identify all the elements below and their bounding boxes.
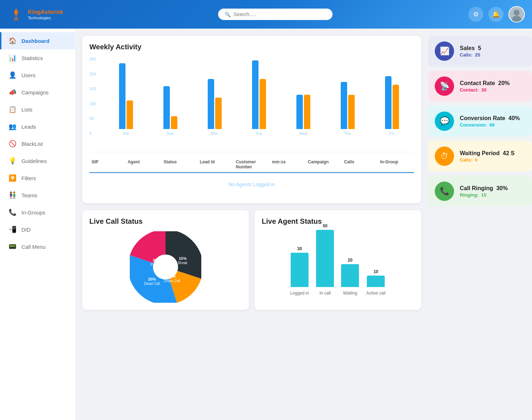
sidebar-item-filters[interactable]: 🔽 Filters — [0, 169, 75, 187]
stat-card-title-contact_rate: Contact Rate 20% — [460, 80, 526, 87]
chart-day-thu: Thu — [325, 54, 370, 135]
day-label: Sat — [123, 131, 129, 135]
day-label: Tue — [256, 131, 262, 135]
stat-card-sub-conversion_rate: Conversion: 60 — [460, 122, 526, 128]
users-icon: 👤 — [9, 71, 16, 79]
chart-day-sat: Sat — [104, 54, 148, 135]
stat-card-text-conversion_rate: Conversion Rate 40% Conversion: 60 — [460, 115, 526, 128]
agent-bar-visual — [341, 264, 359, 287]
sidebar-item-lists[interactable]: 📋 Lists — [0, 101, 75, 118]
col-in-group: In-Group — [378, 159, 414, 169]
svg-text:Break: Break — [178, 261, 188, 265]
sidebar-item-campaigns[interactable]: 📣 Campaigns — [0, 84, 75, 101]
no-agents-message: No Agents Logged in — [89, 173, 414, 196]
chart-day-fri: Fri — [370, 54, 414, 135]
bar-orange — [215, 98, 222, 129]
col-mm:ss: mm:ss — [270, 159, 306, 169]
bar-orange — [348, 95, 355, 129]
agent-bar-labels — [262, 296, 414, 298]
gear-icon: ⚙ — [473, 10, 479, 18]
live-agent-status-card: Live Agent Status 30Logged in50In call20… — [255, 210, 421, 310]
bar-blue — [119, 63, 125, 129]
logo-sub: Technologies — [28, 16, 63, 20]
sidebar-item-did[interactable]: 📲 DID — [0, 221, 75, 238]
sidebar-item-statistics[interactable]: 📊 Statistics — [0, 49, 75, 66]
avatar[interactable] — [508, 6, 525, 23]
stat-card-sub-contact_rate: Contact: 30 — [460, 87, 526, 93]
y-label: 250 — [89, 57, 96, 61]
sidebar-item-dashboard[interactable]: 🏠 Dashboard — [0, 32, 75, 49]
teams-icon: 👫 — [9, 191, 16, 199]
bar-orange — [393, 85, 399, 129]
campaigns-icon: 📣 — [9, 88, 16, 96]
agent-bar-visual — [291, 253, 309, 287]
sidebar-label-guidelines: Guidelines — [21, 158, 47, 164]
sidebar-item-teams[interactable]: 👫 Teams — [0, 187, 75, 204]
agent-bar-label: Logged in — [290, 291, 309, 296]
y-label: 50 — [89, 116, 96, 120]
chart-y-axis: 250200150100500 — [89, 57, 96, 135]
sidebar-item-blacklist[interactable]: 🚫 BlackList — [0, 135, 75, 152]
header: KingAsterisk Technologies 🔍 ⚙ 🔔 — [0, 0, 532, 29]
sidebar-label-lists: Lists — [21, 107, 33, 113]
weekly-activity-card: Weekly Activity 250200150100500 SatSunMo… — [82, 36, 421, 203]
sidebar-item-callmenu[interactable]: 📟 Call Menu — [0, 238, 75, 255]
sidebar-label-statistics: Statistics — [21, 55, 43, 61]
stat-card-sub-call_ringing: Ringing: 15 — [460, 192, 526, 198]
sidebar-item-leads[interactable]: 👥 Leads — [0, 118, 75, 135]
right-panel: 📈 Sales 5 Calls: 25 📡 Contact Rate 20% C… — [428, 29, 532, 420]
stat-card-sub-sales: Calls: 25 — [460, 52, 526, 58]
agent-bar-value: 50 — [323, 223, 327, 228]
filters-icon: 🔽 — [9, 174, 16, 182]
sidebar-label-callmenu: Call Menu — [21, 244, 46, 250]
search-wrap[interactable]: 🔍 — [218, 9, 332, 20]
stat-card-title-sales: Sales 5 — [460, 45, 526, 51]
svg-text:15%: 15% — [179, 256, 187, 261]
agent-bar-visual — [367, 276, 385, 287]
svg-text:30%: 30% — [153, 258, 161, 262]
search-bar: 🔍 — [82, 9, 468, 20]
agent-bar-label: In call — [320, 291, 331, 296]
search-input[interactable] — [233, 11, 326, 17]
col-campaign: Campaign — [306, 159, 342, 169]
bar-blue — [341, 82, 347, 129]
stat-icon-conversion_rate: 💬 — [435, 112, 454, 131]
bar-blue — [296, 95, 303, 129]
layout: 🏠 Dashboard📊 Statistics👤 Users📣 Campaign… — [0, 29, 532, 420]
agent-table: SIPAgentStatusLead IdCustomer Numbermm:s… — [89, 152, 414, 196]
search-icon: 🔍 — [225, 11, 231, 17]
bar-blue — [163, 86, 170, 129]
sidebar-item-users[interactable]: 👤 Users — [0, 66, 75, 84]
pie-chart: 30% Paused 15% Break 35% Dispo Call 20% … — [89, 231, 242, 303]
dashboard-icon: 🏠 — [9, 37, 16, 45]
settings-button[interactable]: ⚙ — [468, 7, 483, 22]
sidebar-label-ingroups: In-Groups — [21, 209, 45, 216]
agent-bar-value: 10 — [374, 269, 378, 274]
bar-blue — [208, 79, 214, 129]
notification-button[interactable]: 🔔 — [488, 7, 503, 22]
stat-icon-waiting_period: ⏱ — [435, 147, 454, 166]
bell-icon: 🔔 — [492, 10, 500, 18]
bar-orange — [260, 79, 266, 129]
sidebar-label-users: Users — [21, 72, 35, 78]
sidebar-label-did: DID — [21, 227, 31, 233]
pie-svg: 30% Paused 15% Break 35% Dispo Call 20% … — [130, 231, 201, 303]
agent-bar-active-call: 10Active call — [366, 269, 385, 296]
stat-card-sub-waiting_period: Calls: 0 — [460, 157, 526, 163]
col-customer-number: Customer Number — [234, 159, 270, 169]
y-label: 150 — [89, 87, 96, 91]
main-content: Weekly Activity 250200150100500 SatSunMo… — [75, 29, 428, 420]
logo-name: KingAsterisk — [28, 9, 63, 15]
weekly-activity-chart: 250200150100500 SatSunMonTueWedThuFri — [89, 57, 414, 146]
agent-bar-waiting: 20Waiting — [341, 258, 359, 296]
logo-area: KingAsterisk Technologies — [7, 5, 82, 23]
agent-bar-chart: 30Logged in50In call20Waiting10Active ca… — [262, 231, 414, 296]
agent-bar-label: Waiting — [343, 291, 358, 296]
chart-day-mon: Mon — [192, 54, 237, 135]
chart-day-wed: Wed — [281, 54, 325, 135]
chart-day-sun: Sun — [148, 54, 192, 135]
sidebar-item-ingroups[interactable]: 📞 In-Groups — [0, 204, 75, 221]
sidebar-item-guidelines[interactable]: 💡 Guidelines — [0, 152, 75, 169]
sidebar: 🏠 Dashboard📊 Statistics👤 Users📣 Campaign… — [0, 29, 75, 420]
leads-icon: 👥 — [9, 123, 16, 130]
